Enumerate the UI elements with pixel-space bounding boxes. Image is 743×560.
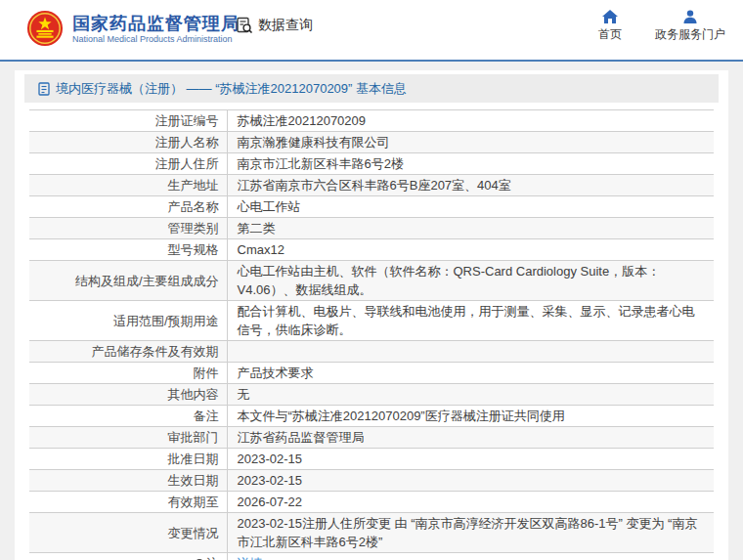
nav-home[interactable]: 首页 (598, 10, 622, 43)
row-value: 江苏省药品监督管理局 (238, 430, 365, 445)
user-icon (682, 10, 698, 23)
row-label: 型号规格 (168, 242, 219, 257)
agency-brand: 国家药品监督管理局 National Medical Products Admi… (26, 10, 240, 47)
table-row: 产品名称心电工作站 (29, 196, 714, 218)
row-value: 2023-02-15 (238, 473, 303, 488)
row-value: 本文件与“苏械注准20212070209”医疗器械注册证共同使用 (238, 409, 565, 423)
table-row: 适用范围/预期用途配合计算机、电极片、导联线和电池使用，用于测量、采集、显示、记… (29, 301, 714, 341)
row-label: 审批部门 (168, 430, 219, 445)
table-row: 管理类别第二类 (29, 218, 714, 239)
row-label: 管理类别 (168, 221, 219, 236)
home-icon (602, 10, 618, 23)
row-value: 江苏省南京市六合区科丰路6号B座207室、404室 (238, 178, 511, 193)
row-label: 批准日期 (168, 452, 219, 466)
table-row: 生效日期2023-02-15 (29, 470, 714, 492)
row-label: 生效日期 (168, 473, 219, 488)
row-value: Cmax12 (238, 242, 284, 257)
breadcrumb-text: 境内医疗器械（注册） —— “苏械注准20212070209” 基本信息 (56, 80, 407, 98)
row-label: 注册人住所 (155, 156, 219, 171)
data-query-tab[interactable]: 数据查询 (235, 16, 313, 35)
agency-name-cn: 国家药品监督管理局 (72, 13, 240, 34)
row-label: 生产地址 (168, 178, 219, 193)
nav-home-label: 首页 (598, 26, 622, 43)
info-table: 注册证编号苏械注准20212070209注册人名称南京瀚雅健康科技有限公司注册人… (29, 109, 714, 560)
nav-portal-label: 政务服务门户 (655, 26, 725, 43)
row-label: 产品名称 (168, 199, 219, 214)
row-value: 第二类 (238, 221, 276, 236)
row-value: 配合计算机、电极片、导联线和电池使用，用于测量、采集、显示、记录患者心电信号，供… (238, 304, 695, 337)
table-row: 审批部门江苏省药品监督管理局 (29, 427, 714, 449)
agency-name: 国家药品监督管理局 National Medical Products Admi… (72, 13, 240, 45)
row-label: 变更情况 (168, 526, 219, 540)
content-container: 境内医疗器械（注册） —— “苏械注准20212070209” 基本信息 注册证… (15, 70, 728, 560)
row-label: 注 (206, 556, 219, 560)
table-row: 注册人住所南京市江北新区科丰路6号2楼 (29, 153, 714, 175)
table-row: 注详情 (29, 553, 714, 560)
detail-link[interactable]: 详情 (238, 556, 263, 560)
row-value: 心电工作站由主机、软件（软件名称：QRS-Card Cardiology Sui… (238, 264, 661, 297)
table-row: 注册证编号苏械注准20212070209 (29, 110, 714, 132)
row-label: 结构及组成/主要组成成分 (75, 274, 219, 288)
row-label: 产品储存条件及有效期 (92, 344, 219, 359)
row-label: 有效期至 (168, 495, 219, 509)
row-label: 附件 (194, 366, 219, 380)
table-row: 生产地址江苏省南京市六合区科丰路6号B座207室、404室 (29, 175, 714, 196)
row-value: 产品技术要求 (238, 366, 314, 380)
table-row: 变更情况2023-02-15注册人住所变更 由 “南京市高淳经济开发区双高路86… (29, 513, 714, 553)
table-row: 产品储存条件及有效期 (29, 341, 714, 363)
row-value: 无 (238, 387, 250, 402)
row-label: 备注 (194, 409, 219, 423)
national-emblem-icon (26, 10, 64, 47)
table-row: 其他内容无 (29, 384, 714, 406)
table-row: 注册人名称南京瀚雅健康科技有限公司 (29, 132, 714, 153)
table-row: 批准日期2023-02-15 (29, 449, 714, 470)
row-value: 2023-02-15注册人住所变更 由 “南京市高淳经济开发区双高路86-1号”… (238, 516, 698, 549)
table-row: 型号规格Cmax12 (29, 239, 714, 261)
top-nav: 首页 政务服务门户 (565, 10, 725, 43)
row-value: 2023-02-15 (238, 452, 303, 466)
breadcrumb: 境内医疗器械（注册） —— “苏械注准20212070209” 基本信息 (24, 74, 719, 103)
table-row: 有效期至2026-07-22 (29, 492, 714, 513)
table-row: 备注本文件与“苏械注准20212070209”医疗器械注册证共同使用 (29, 406, 714, 427)
info-table-body: 注册证编号苏械注准20212070209注册人名称南京瀚雅健康科技有限公司注册人… (29, 110, 714, 560)
row-label: 其他内容 (168, 387, 219, 402)
data-query-label: 数据查询 (258, 17, 313, 34)
row-label: 适用范围/预期用途 (113, 314, 219, 328)
table-row: 结构及组成/主要组成成分心电工作站由主机、软件（软件名称：QRS-Card Ca… (29, 261, 714, 301)
row-value: 南京市江北新区科丰路6号2楼 (238, 156, 404, 171)
row-value: 心电工作站 (238, 199, 301, 214)
row-value: 2026-07-22 (238, 495, 303, 509)
document-search-icon (235, 16, 254, 35)
row-value: 苏械注准20212070209 (238, 113, 367, 128)
row-value: 南京瀚雅健康科技有限公司 (238, 135, 390, 150)
header: 国家药品监督管理局 National Medical Products Admi… (0, 0, 743, 62)
row-label: 注册证编号 (155, 113, 219, 128)
table-row: 附件产品技术要求 (29, 363, 714, 384)
document-icon (38, 82, 50, 96)
nav-portal[interactable]: 政务服务门户 (655, 10, 725, 43)
agency-name-en: National Medical Products Administration (72, 34, 240, 45)
row-label: 注册人名称 (155, 135, 219, 150)
